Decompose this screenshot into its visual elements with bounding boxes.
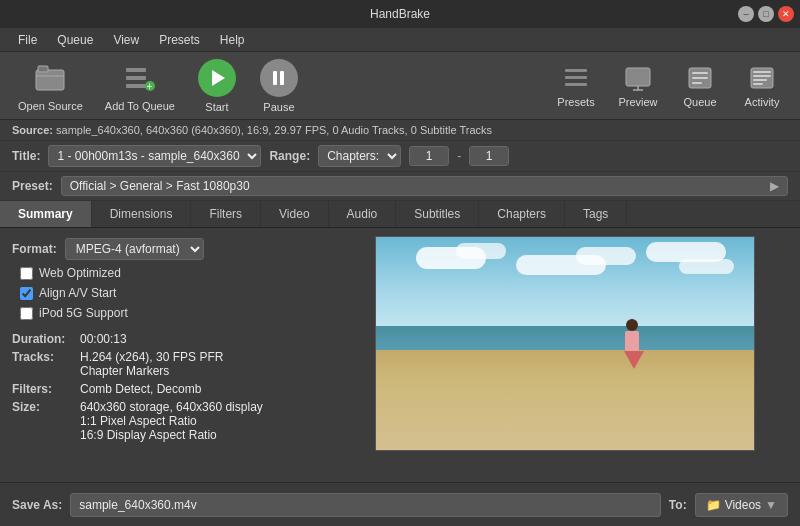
tracks-row: Tracks: H.264 (x264), 30 FPS PFR Chapter… [12, 350, 318, 378]
svg-rect-9 [565, 83, 587, 86]
menu-file[interactable]: File [8, 31, 47, 49]
presets-label: Presets [557, 96, 594, 108]
align-av-checkbox[interactable] [20, 287, 33, 300]
activity-icon [748, 64, 776, 92]
ipod-support-checkbox[interactable] [20, 307, 33, 320]
person-silhouette [624, 319, 644, 369]
sourcebar: Source: sample_640x360, 640x360 (640x360… [0, 120, 800, 141]
tab-dimensions[interactable]: Dimensions [92, 201, 192, 227]
size-value: 640x360 storage, 640x360 display [80, 400, 263, 414]
format-row: Format: MPEG-4 (avformat) [12, 238, 318, 260]
menubar: File Queue View Presets Help [0, 28, 800, 52]
range-label: Range: [269, 149, 310, 163]
window-controls: – □ ✕ [738, 6, 794, 22]
ipod-support-label: iPod 5G Support [39, 306, 128, 320]
tab-audio[interactable]: Audio [329, 201, 397, 227]
svg-rect-4 [126, 84, 146, 88]
source-label: Source: [12, 124, 53, 136]
presets-icon [562, 64, 590, 92]
tracks-extra: Chapter Markers [80, 364, 223, 378]
svg-rect-16 [692, 82, 702, 84]
web-optimized-label: Web Optimized [39, 266, 121, 280]
svg-rect-19 [753, 75, 771, 77]
size-extra2: 16:9 Display Aspect Ratio [80, 428, 263, 442]
add-to-queue-button[interactable]: + Add To Queue [97, 56, 183, 116]
tab-chapters[interactable]: Chapters [479, 201, 565, 227]
menu-queue[interactable]: Queue [47, 31, 103, 49]
duration-value: 00:00:13 [80, 332, 127, 346]
cloud-4 [576, 247, 636, 265]
tab-video[interactable]: Video [261, 201, 328, 227]
svg-rect-1 [38, 66, 48, 72]
title-label: Title: [12, 149, 40, 163]
save-as-input[interactable] [70, 493, 661, 517]
titlebar: HandBrake – □ ✕ [0, 0, 800, 28]
range-type-select[interactable]: Chapters: [318, 145, 401, 167]
svg-rect-10 [626, 68, 650, 86]
web-optimized-checkbox[interactable] [20, 267, 33, 280]
menu-presets[interactable]: Presets [149, 31, 210, 49]
to-label: To: [669, 498, 687, 512]
range-separator: - [457, 149, 461, 163]
svg-rect-14 [692, 72, 708, 74]
preset-bar: Preset: Official > General > Fast 1080p3… [0, 172, 800, 201]
preset-label: Preset: [12, 179, 53, 193]
pause-label: Pause [263, 101, 294, 113]
toolbar: Open Source + Add To Queue Start Pause P… [0, 52, 800, 120]
tab-tags[interactable]: Tags [565, 201, 627, 227]
filters-label: Filters: [12, 382, 72, 396]
svg-rect-18 [753, 71, 771, 73]
size-extra1: 1:1 Pixel Aspect Ratio [80, 414, 263, 428]
duration-row: Duration: 00:00:13 [12, 332, 318, 346]
title-range-bar: Title: 1 - 00h00m13s - sample_640x360 Ra… [0, 141, 800, 172]
range-end-input[interactable]: 1 [469, 146, 509, 166]
align-av-label: Align A/V Start [39, 286, 116, 300]
size-label: Size: [12, 400, 72, 442]
activity-button[interactable]: Activity [734, 60, 790, 112]
menu-view[interactable]: View [103, 31, 149, 49]
menu-help[interactable]: Help [210, 31, 255, 49]
tab-filters[interactable]: Filters [191, 201, 261, 227]
sand-layer [376, 350, 754, 450]
folder-icon: 📁 [706, 498, 721, 512]
add-to-queue-label: Add To Queue [105, 100, 175, 112]
maximize-button[interactable]: □ [758, 6, 774, 22]
activity-label: Activity [745, 96, 780, 108]
queue-button[interactable]: Queue [672, 60, 728, 112]
open-source-label: Open Source [18, 100, 83, 112]
presets-button[interactable]: Presets [548, 60, 604, 112]
info-section: Duration: 00:00:13 Tracks: H.264 (x264),… [12, 332, 318, 446]
svg-text:+: + [146, 81, 152, 92]
preset-arrow-icon: ▶ [770, 179, 779, 193]
app-title: HandBrake [370, 7, 430, 21]
preset-display[interactable]: Official > General > Fast 1080p30 ▶ [61, 176, 788, 196]
title-select[interactable]: 1 - 00h00m13s - sample_640x360 [48, 145, 261, 167]
ipod-support-row: iPod 5G Support [12, 306, 318, 320]
range-start-input[interactable]: 1 [409, 146, 449, 166]
tab-summary[interactable]: Summary [0, 201, 92, 227]
format-select[interactable]: MPEG-4 (avformat) [65, 238, 204, 260]
web-optimized-row: Web Optimized [12, 266, 318, 280]
svg-rect-21 [753, 83, 763, 85]
filters-value: Comb Detect, Decomb [80, 382, 201, 396]
close-button[interactable]: ✕ [778, 6, 794, 22]
svg-rect-0 [36, 70, 64, 90]
cloud-2 [456, 243, 506, 259]
preview-panel [330, 228, 800, 482]
tab-subtitles[interactable]: Subtitles [396, 201, 479, 227]
preview-label: Preview [618, 96, 657, 108]
queue-icon [686, 64, 714, 92]
start-icon [198, 59, 236, 97]
start-button[interactable]: Start [189, 59, 245, 113]
folder-label: Videos [725, 498, 761, 512]
summary-panel: Format: MPEG-4 (avformat) Web Optimized … [0, 228, 330, 482]
open-source-button[interactable]: Open Source [10, 56, 91, 116]
start-label: Start [205, 101, 228, 113]
folder-button[interactable]: 📁 Videos ▼ [695, 493, 788, 517]
preview-button[interactable]: Preview [610, 60, 666, 112]
minimize-button[interactable]: – [738, 6, 754, 22]
tracks-label: Tracks: [12, 350, 72, 378]
tabs-bar: Summary Dimensions Filters Video Audio S… [0, 201, 800, 228]
pause-button[interactable]: Pause [251, 59, 307, 113]
svg-rect-15 [692, 77, 708, 79]
